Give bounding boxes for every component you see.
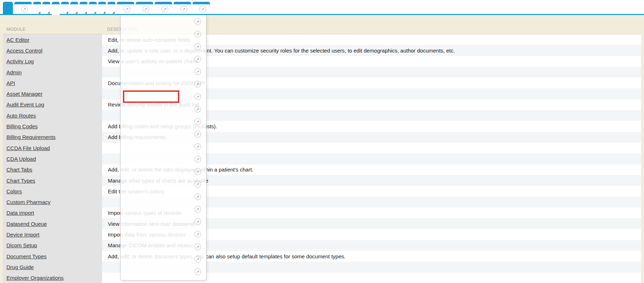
menu-item-inv-trans-report-settings[interactable]: ↗ xyxy=(121,40,206,53)
tab-accent-cap xyxy=(80,2,88,4)
menu-item-colors[interactable]: ↗ xyxy=(121,28,206,40)
tab-accent-cap xyxy=(70,2,78,4)
module-link-employer-organizations[interactable]: Employer Organizations xyxy=(3,273,102,283)
menu-item-plugins[interactable]: ↗ xyxy=(121,128,206,140)
tab-work-locations[interactable]: ↗ xyxy=(193,2,210,14)
tab-accent-cap xyxy=(14,2,32,4)
menu-caret-icon xyxy=(48,11,50,14)
module-link-access-control[interactable]: Access Control xyxy=(3,45,102,56)
menu-item-var-tree[interactable]: ↗ xyxy=(121,265,206,278)
tab-printing[interactable] xyxy=(89,2,97,14)
module-link-auto-routes[interactable]: Auto Routes xyxy=(3,110,102,121)
external-link-icon: ↗ xyxy=(194,181,201,188)
tab-interface[interactable] xyxy=(61,2,69,14)
external-link-icon: ↗ xyxy=(194,231,201,238)
module-link-api[interactable]: API xyxy=(3,78,102,88)
menu-item-system-files[interactable]: ↗ xyxy=(121,228,206,240)
tab-version[interactable]: ↗ xyxy=(117,2,134,14)
table-top-border xyxy=(3,34,641,34)
tab-accent-cap xyxy=(43,2,50,4)
menu-caret-icon xyxy=(66,11,68,14)
tab-provider-management[interactable]: ↗ xyxy=(155,2,172,14)
menu-caret-icon xyxy=(38,11,40,14)
tab-chart[interactable] xyxy=(43,2,50,14)
menu-item-languages[interactable]: ↗ xyxy=(121,65,206,78)
menu-item-ac-editor[interactable]: ↗ xyxy=(121,15,206,28)
external-link-icon: ↗ xyxy=(194,56,201,63)
tab-system[interactable] xyxy=(52,2,60,15)
external-link-icon: ↗ xyxy=(194,18,201,25)
menu-item-system-report[interactable]: ↗ xyxy=(121,240,206,253)
module-link-admin[interactable]: Admin xyxy=(3,67,102,78)
menu-item-locations-manager[interactable]: ↗ xyxy=(121,90,206,103)
menu-item-scheduled-jobs[interactable]: ↗ xyxy=(121,140,206,153)
tab-accent-cap xyxy=(52,2,60,4)
tab-accent-cap xyxy=(89,2,97,4)
menu-item-scripted-rules[interactable]: ↗ xyxy=(121,165,206,178)
tab-employer-organizations[interactable]: ↗ xyxy=(136,2,153,14)
module-link-chart-tabs[interactable]: Chart Tabs xyxy=(3,164,102,175)
menu-item-spell-check[interactable]: ↗ xyxy=(121,178,206,190)
menu-caret-icon xyxy=(94,11,96,14)
external-link-icon: ↗ xyxy=(194,243,201,250)
external-link-icon: ↗ xyxy=(21,6,28,13)
external-link-icon: ↗ xyxy=(194,193,201,200)
tab-my-settings[interactable]: ↗ xyxy=(14,2,32,14)
module-link-dicom-setup[interactable]: Dicom Setup xyxy=(3,240,102,251)
module-link-document-types[interactable]: Document Types xyxy=(3,251,102,262)
external-link-icon: ↗ xyxy=(124,6,130,13)
nav-tabs: ↗↗↗↗↗↗ xyxy=(3,2,210,15)
module-link-asset-manager[interactable]: Asset Manager xyxy=(3,88,102,99)
module-sidebar: AC EditorAccess ControlActivity LogAdmin… xyxy=(3,34,102,283)
tab-accent-cap xyxy=(155,2,172,4)
menu-item-system-settings[interactable]: ↗ xyxy=(121,253,206,265)
external-link-icon: ↗ xyxy=(194,206,201,213)
tab-scheduling[interactable] xyxy=(98,2,106,14)
external-link-icon: ↗ xyxy=(194,68,201,75)
tab-accent-cap xyxy=(98,2,106,4)
external-link-icon: ↗ xyxy=(194,218,201,225)
menu-item-scripted-logic[interactable]: ↗ xyxy=(121,153,206,165)
tab-access[interactable] xyxy=(33,2,41,14)
external-link-icon: ↗ xyxy=(194,268,201,275)
external-link-icon: ↗ xyxy=(194,168,201,175)
menu-caret-icon xyxy=(113,11,115,14)
module-link-custom-pharmacy[interactable]: Custom Pharmacy xyxy=(3,197,102,207)
tab-orders[interactable] xyxy=(70,2,78,14)
module-link-ac-editor[interactable]: AC Editor xyxy=(3,34,102,45)
tab-admin[interactable] xyxy=(3,2,13,14)
module-link-data-import[interactable]: Data import xyxy=(3,208,102,218)
menu-caret-icon xyxy=(103,11,105,14)
module-link-datasend-queue[interactable]: Datasend Queue xyxy=(3,218,102,229)
module-link-colors[interactable]: Colors xyxy=(3,186,102,197)
menu-item-nature-of-injury[interactable]: ↗ xyxy=(121,115,206,128)
menu-item-layout-manager[interactable]: ↗ xyxy=(121,78,206,90)
module-link-ccda-file-upload[interactable]: CCDA File Upload xyxy=(3,143,102,153)
tab-reference[interactable] xyxy=(80,2,88,14)
tab-accent-cap xyxy=(193,2,210,4)
module-link-billing-codes[interactable]: Billing Codes xyxy=(3,121,102,131)
tab-hsp[interactable] xyxy=(108,2,115,14)
external-link-icon: ↗ xyxy=(194,143,201,150)
menu-item-ip-settings[interactable]: ↗ xyxy=(121,53,206,65)
module-link-chart-types[interactable]: Chart Types xyxy=(3,175,102,186)
menu-item-system-editors[interactable]: ↗ xyxy=(121,215,206,228)
menu-caret-icon xyxy=(75,11,78,14)
menu-item-menu-editor[interactable]: ↗ xyxy=(121,103,206,115)
module-link-cda-upload[interactable]: CDA Upload xyxy=(3,153,102,164)
external-link-icon: ↗ xyxy=(194,106,201,113)
menu-item-std-tests[interactable]: ↗ xyxy=(121,190,206,203)
module-link-billing-requirements[interactable]: Billing Requirements xyxy=(3,132,102,143)
menu-item-system-configuration[interactable]: ↗ xyxy=(121,203,206,215)
tab-accent-cap xyxy=(108,2,115,4)
external-link-icon: ↗ xyxy=(194,156,201,163)
module-link-activity-log[interactable]: Activity Log xyxy=(3,56,102,67)
module-link-device-import[interactable]: Device Import xyxy=(3,229,102,240)
module-link-audit-event-log[interactable]: Audit Event Log xyxy=(3,99,102,110)
external-link-icon: ↗ xyxy=(194,81,201,88)
tab-similar-exposure-groups-segs[interactable]: ↗ xyxy=(174,2,191,14)
module-link-drug-guide[interactable]: Drug Guide xyxy=(3,262,102,272)
external-link-icon: ↗ xyxy=(194,256,201,263)
external-link-icon: ↗ xyxy=(194,43,201,50)
external-link-icon: ↗ xyxy=(199,6,206,13)
